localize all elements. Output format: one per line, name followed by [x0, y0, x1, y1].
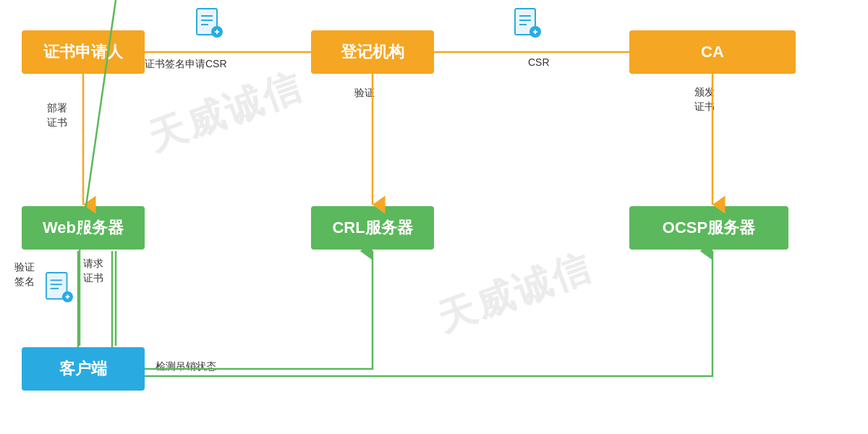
node-ra: 登记机构	[311, 30, 434, 74]
node-applicant: 证书申请人	[22, 30, 145, 74]
label-csr-short: CSR	[528, 56, 550, 68]
label-verify-sign: 验证签名	[14, 260, 35, 289]
label-issue: 颁发证书	[694, 85, 715, 114]
node-crl: CRL服务器	[311, 206, 434, 250]
node-ocsp: OCSP服务器	[629, 206, 788, 250]
node-web: Web服务器	[22, 206, 145, 250]
label-check-revoke: 检测吊销状态	[156, 360, 216, 373]
doc-icon-3	[45, 271, 74, 303]
label-csr: 证书签名申请CSR	[145, 58, 227, 71]
doc-icon-1	[195, 7, 224, 39]
diagram: 天威诚信 天威诚信 证书申请人 登记机构 CA Web服务器 CRL服务器 OC…	[0, 0, 868, 434]
label-verify: 验证	[354, 87, 375, 100]
label-deploy: 部署证书	[47, 101, 67, 129]
doc-icon-2	[514, 7, 542, 39]
watermark-1: 天威诚信	[141, 61, 310, 163]
watermark-2: 天威诚信	[430, 242, 600, 344]
node-client: 客户端	[22, 347, 145, 391]
node-ca: CA	[629, 30, 796, 74]
label-request-cert: 请求证书	[83, 257, 103, 285]
